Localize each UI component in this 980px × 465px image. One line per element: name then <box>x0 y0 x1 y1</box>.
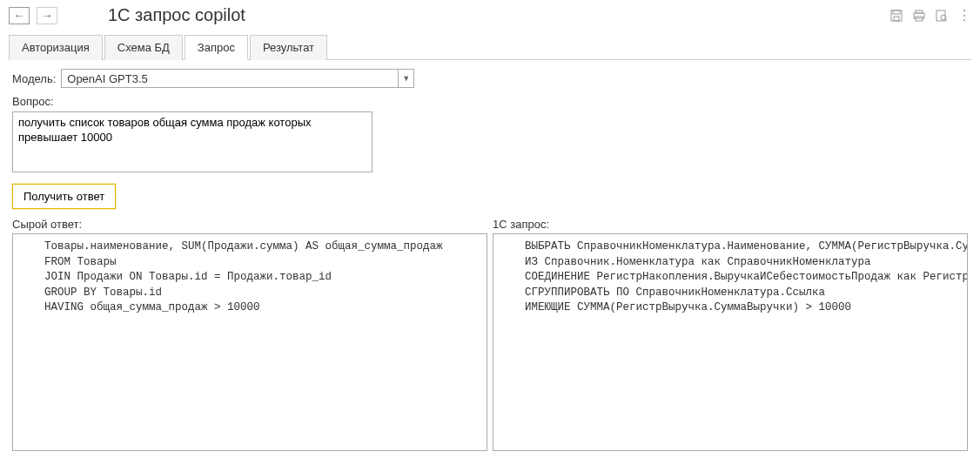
raw-output-box[interactable]: Товары.наименование, SUM(Продажи.сумма) … <box>12 233 487 451</box>
tab-label: Результат <box>263 41 314 54</box>
tab-schema[interactable]: Схема БД <box>104 35 183 60</box>
raw-output-label: Сырой ответ: <box>12 218 487 231</box>
arrow-right-icon: → <box>42 9 53 22</box>
more-icon[interactable]: ⋮ <box>957 9 971 23</box>
submit-button[interactable]: Получить ответ <box>12 184 116 209</box>
page-title: 1С запрос copilot <box>108 5 245 25</box>
query-output-label: 1С запрос: <box>493 218 968 231</box>
question-label: Вопрос: <box>12 95 54 108</box>
tab-result[interactable]: Результат <box>250 35 327 60</box>
dropdown-button[interactable]: ▼ <box>398 70 413 87</box>
query-output-code: ВЫБРАТЬ СправочникНоменклатура.Наименова… <box>500 239 960 316</box>
tab-bar: Авторизация Схема БД Запрос Результат <box>9 34 971 60</box>
forward-button[interactable]: → <box>37 7 57 24</box>
raw-output-column: Сырой ответ: Товары.наименование, SUM(Пр… <box>12 218 487 451</box>
header-actions: ⋮ <box>889 9 971 23</box>
query-output-column: 1С запрос: ВЫБРАТЬ СправочникНоменклатур… <box>493 218 968 451</box>
tab-query[interactable]: Запрос <box>185 35 248 60</box>
model-select-value: OpenAI GPT3.5 <box>62 70 398 87</box>
outputs: Сырой ответ: Товары.наименование, SUM(Пр… <box>12 218 968 451</box>
question-input[interactable] <box>12 111 373 172</box>
tab-label: Авторизация <box>22 41 90 54</box>
model-row: Модель: OpenAI GPT3.5 ▼ <box>12 69 968 88</box>
preview-icon[interactable] <box>935 9 949 23</box>
svg-rect-1 <box>893 10 900 14</box>
arrow-left-icon: ← <box>14 9 25 22</box>
chevron-down-icon: ▼ <box>402 74 410 83</box>
svg-rect-6 <box>936 10 945 21</box>
content-area: Модель: OpenAI GPT3.5 ▼ Вопрос: Получить… <box>0 60 980 460</box>
print-icon[interactable] <box>912 9 926 23</box>
tab-auth[interactable]: Авторизация <box>9 35 103 60</box>
svg-rect-2 <box>894 17 899 21</box>
header: ← → 1С запрос copilot ⋮ <box>0 0 980 30</box>
model-label: Модель: <box>12 72 56 85</box>
back-button[interactable]: ← <box>9 7 30 24</box>
save-icon[interactable] <box>889 9 903 23</box>
model-select[interactable]: OpenAI GPT3.5 ▼ <box>61 69 414 88</box>
submit-button-label: Получить ответ <box>23 190 104 203</box>
tab-label: Схема БД <box>117 41 170 54</box>
raw-output-code: Товары.наименование, SUM(Продажи.сумма) … <box>20 239 480 316</box>
tab-label: Запрос <box>198 41 235 54</box>
query-output-box[interactable]: ВЫБРАТЬ СправочникНоменклатура.Наименова… <box>493 233 968 451</box>
